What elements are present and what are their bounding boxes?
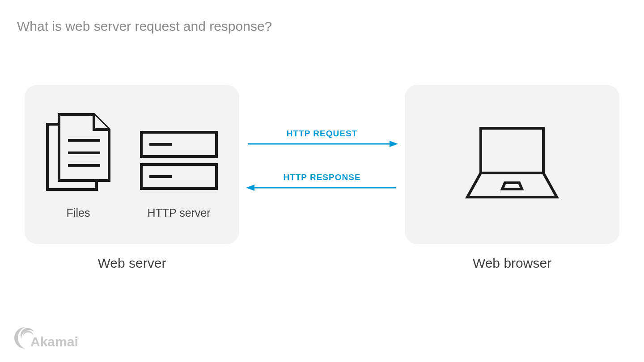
arrows-area: HTTP REQUEST HTTP RESPONSE	[239, 85, 405, 244]
http-response-label: HTTP RESPONSE	[239, 173, 405, 182]
arrow-left-icon	[239, 183, 405, 192]
http-request-label: HTTP REQUEST	[239, 129, 405, 139]
svg-rect-12	[481, 128, 543, 173]
web-server-panel: Files HTTP server Web serve	[25, 85, 239, 244]
files-item: Files	[45, 112, 112, 219]
svg-marker-9	[390, 141, 398, 147]
server-rack-icon	[139, 130, 219, 194]
diagram-container: Files HTTP server Web serve	[0, 85, 644, 244]
web-server-title: Web server	[25, 256, 239, 271]
http-server-item: HTTP server	[139, 130, 219, 219]
server-icons-row: Files HTTP server	[25, 85, 239, 219]
diagram-title: What is web server request and response?	[17, 19, 272, 34]
arrows-group: HTTP REQUEST HTTP RESPONSE	[239, 85, 405, 244]
logo-text: Akamai	[30, 334, 78, 349]
http-server-label: HTTP server	[147, 206, 210, 219]
files-label: Files	[67, 206, 90, 219]
laptop-icon	[463, 126, 561, 203]
files-icon	[45, 112, 112, 194]
svg-marker-11	[246, 185, 254, 191]
akamai-logo: Akamai	[13, 325, 93, 353]
web-browser-title: Web browser	[405, 256, 619, 271]
laptop-wrap	[405, 85, 619, 244]
arrow-right-icon	[239, 139, 405, 148]
web-browser-panel: Web browser	[405, 85, 619, 244]
